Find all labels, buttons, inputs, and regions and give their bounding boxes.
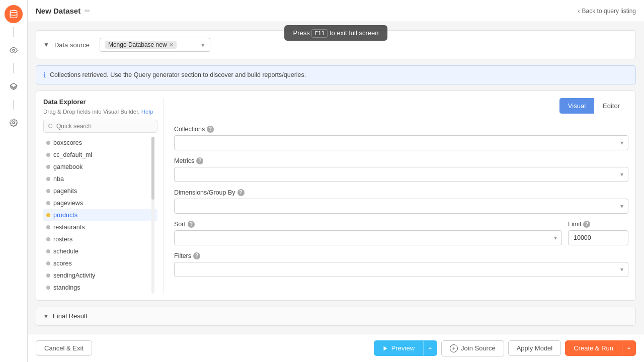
explorer-panel-body: Data Explorer Drag & Drop fields into Vi…	[36, 91, 635, 301]
cancel-exit-button[interactable]: Cancel & Exit	[36, 340, 92, 356]
collection-dot	[46, 153, 50, 157]
play-icon	[382, 345, 388, 351]
sidebar-icon-eye[interactable]	[5, 41, 23, 59]
dimensions-select[interactable]	[174, 199, 628, 214]
collection-item[interactable]: pageviews	[43, 197, 157, 209]
collection-dot	[46, 249, 50, 253]
final-result-chevron[interactable]: ▼	[43, 313, 49, 319]
collection-name: cc_default_ml	[53, 151, 92, 158]
datasource-select[interactable]: Mongo Database new ✕ ▾	[100, 38, 210, 52]
svg-line-5	[52, 127, 53, 128]
filters-select[interactable]	[174, 262, 628, 277]
collection-dot	[46, 201, 50, 205]
dimensions-select-wrapper[interactable]	[174, 199, 628, 214]
final-result-label: Final Result	[53, 312, 88, 320]
search-input[interactable]	[56, 123, 153, 130]
content-area: ▼ Data source Mongo Database new ✕ ▾	[28, 22, 644, 334]
collection-item[interactable]: rosters	[43, 233, 157, 245]
limit-label: Limit ?	[568, 221, 628, 228]
apply-model-button[interactable]: Apply Model	[508, 340, 561, 356]
sidebar-icon-layers[interactable]	[5, 77, 23, 96]
svg-point-3	[13, 122, 15, 124]
explorer-title: Data Explorer	[43, 98, 157, 106]
view-editor-btn[interactable]: Editor	[594, 98, 628, 114]
collections-select-wrapper[interactable]	[174, 135, 628, 150]
sidebar-icon-settings[interactable]	[5, 114, 23, 132]
search-box[interactable]	[43, 120, 157, 133]
collection-name: sendingActivity	[53, 272, 95, 279]
collection-item[interactable]: sendingActivity	[43, 269, 157, 282]
collection-item[interactable]: cc_default_ml	[43, 149, 157, 161]
view-visual-btn[interactable]: Visual	[559, 98, 594, 114]
page-title: New Dataset	[36, 7, 80, 15]
sidebar	[0, 0, 28, 362]
metrics-section: Metrics ?	[174, 157, 628, 182]
preview-btn-group: Preview	[374, 340, 437, 356]
limit-input[interactable]	[568, 230, 628, 245]
preview-button[interactable]: Preview	[374, 340, 423, 356]
svg-point-4	[48, 124, 52, 128]
svg-point-1	[13, 49, 15, 51]
back-link[interactable]: ‹ Back to query listing	[578, 8, 636, 15]
chevron-up-icon	[428, 346, 433, 351]
limit-help-icon[interactable]: ?	[583, 221, 590, 228]
dimensions-label: Dimensions/Group By ?	[174, 189, 628, 196]
collection-item[interactable]: pagehits	[43, 185, 157, 197]
collection-item[interactable]: scores	[43, 257, 157, 269]
sidebar-connector-3	[13, 100, 14, 110]
sort-select[interactable]	[174, 230, 562, 245]
collection-item[interactable]: standings	[43, 282, 157, 294]
dimensions-help-icon[interactable]: ?	[237, 189, 245, 196]
sidebar-connector-2	[13, 63, 14, 73]
help-link[interactable]: Help	[141, 109, 153, 115]
collection-item[interactable]: products	[43, 209, 157, 221]
collection-dot	[46, 274, 50, 278]
explorer-left: Data Explorer Drag & Drop fields into Vi…	[43, 98, 164, 294]
create-run-dropdown-button[interactable]	[622, 340, 636, 356]
collection-item[interactable]: restaurants	[43, 221, 157, 233]
filters-select-wrapper[interactable]	[174, 262, 628, 277]
datasource-chevron[interactable]: ▼	[43, 41, 49, 48]
datasource-label: Data source	[54, 41, 95, 49]
collection-name: pagehits	[53, 188, 77, 195]
metrics-select[interactable]	[174, 167, 628, 182]
top-header: New Dataset ✏ ‹ Back to query listing	[28, 0, 644, 22]
final-result-header: ▼ Final Result	[36, 307, 635, 325]
sidebar-icon-database[interactable]	[5, 5, 23, 23]
filters-label: Filters ?	[174, 252, 628, 259]
view-toggle-row: Visual Editor	[174, 98, 628, 121]
collections-help-icon[interactable]: ?	[207, 126, 214, 133]
search-icon	[48, 123, 53, 129]
scroll-indicator	[151, 137, 154, 294]
metrics-select-wrapper[interactable]	[174, 167, 628, 182]
metrics-help-icon[interactable]: ?	[196, 157, 203, 164]
preview-dropdown-button[interactable]	[423, 340, 437, 356]
collection-name: rosters	[53, 236, 72, 243]
collections-select[interactable]	[174, 135, 628, 150]
explorer-layout: Data Explorer Drag & Drop fields into Vi…	[43, 98, 628, 294]
collection-item[interactable]: boxscores	[43, 137, 157, 149]
edit-icon[interactable]: ✏	[85, 7, 90, 15]
sidebar-connector-1	[13, 27, 14, 37]
collection-item[interactable]: schedule	[43, 245, 157, 257]
collection-item[interactable]: nba	[43, 173, 157, 185]
explorer-panel: Data Explorer Drag & Drop fields into Vi…	[36, 90, 636, 301]
create-run-button[interactable]: Create & Run	[565, 340, 622, 356]
fullscreen-toast: Press F11 to exit full screen	[284, 25, 388, 41]
view-toggle: Visual Editor	[559, 98, 628, 114]
back-arrow-icon: ‹	[578, 8, 580, 15]
filters-help-icon[interactable]: ?	[193, 252, 200, 259]
right-toolbar: Preview + Join Source Apply Model Create…	[374, 340, 636, 356]
datasource-tag-remove[interactable]: ✕	[169, 42, 174, 48]
sort-help-icon[interactable]: ?	[188, 221, 195, 228]
collection-item[interactable]: gamebook	[43, 161, 157, 173]
collection-dot	[46, 189, 50, 193]
sort-select-wrapper[interactable]	[174, 230, 562, 245]
explorer-subtitle: Drag & Drop fields into Visual Builder. …	[43, 109, 157, 115]
collections-section: Collections ?	[174, 126, 628, 150]
join-source-button[interactable]: + Join Source	[441, 340, 504, 356]
back-link-label: Back to query listing	[582, 8, 636, 15]
collection-name: standings	[53, 284, 80, 291]
collection-name: gamebook	[53, 163, 83, 170]
collection-dot	[46, 177, 50, 181]
